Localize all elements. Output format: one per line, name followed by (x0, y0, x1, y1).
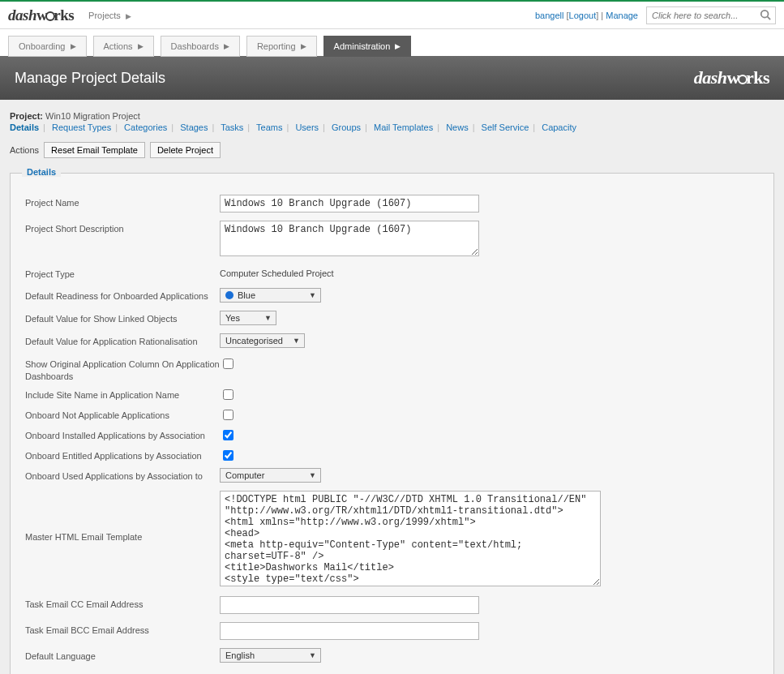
header-brand: dashwrks (694, 67, 769, 88)
select-value: English (225, 650, 255, 660)
project-name-input[interactable] (220, 195, 479, 213)
rationalisation-select[interactable]: Uncategorised ▼ (220, 333, 305, 348)
project-prefix: Project: (10, 111, 43, 121)
subnav-stages[interactable]: Stages (180, 122, 208, 132)
readiness-select[interactable]: Blue ▼ (220, 288, 321, 303)
master-template-input[interactable] (220, 491, 601, 586)
label-readiness: Default Readiness for Onboarded Applicat… (25, 288, 220, 302)
subnav-categories[interactable]: Categories (124, 122, 167, 132)
content-area: Project: Win10 Migration Project Details… (0, 100, 784, 674)
logout-link[interactable]: Logout (569, 11, 597, 20)
include-site-checkbox[interactable] (223, 389, 233, 400)
label-onboard-entitled: Onboard Entitled Applications by Associa… (25, 448, 220, 461)
chevron-down-icon: ▼ (309, 471, 316, 479)
tab-onboarding[interactable]: Onboarding ▶ (8, 36, 87, 57)
subnav-self-service[interactable]: Self Service (482, 122, 529, 132)
tab-label: Dashboards (171, 41, 219, 51)
chevron-right-icon: ▶ (126, 12, 131, 20)
label-bcc: Task Email BCC Email Address (25, 622, 220, 636)
language-select[interactable]: English ▼ (220, 648, 321, 663)
tab-actions[interactable]: Actions ▶ (93, 36, 154, 57)
tab-label: Onboarding (19, 41, 66, 51)
actions-row: Actions Reset Email Template Delete Proj… (10, 142, 774, 158)
onboard-na-checkbox[interactable] (223, 410, 233, 420)
chevron-right-icon: ▶ (138, 42, 144, 50)
breadcrumb-projects[interactable]: Projects ▶ (88, 11, 131, 20)
chevron-down-icon: ▼ (309, 291, 316, 299)
label-onboard-na: Onboard Not Applicable Applications (25, 407, 220, 421)
chevron-right-icon: ▶ (395, 42, 401, 50)
user-name-link[interactable]: bangell (535, 11, 563, 20)
label-master-template: Master HTML Email Template (25, 491, 220, 543)
search-icon[interactable] (760, 9, 773, 22)
manage-link[interactable]: Manage (606, 11, 638, 20)
select-value: Computer (225, 470, 264, 480)
top-bar: dashwrks Projects ▶ bangell [Logout] | M… (0, 0, 784, 29)
onboard-installed-checkbox[interactable] (223, 430, 233, 440)
label-project-type: Project Type (25, 266, 220, 280)
label-rationalisation: Default Value for Application Rationalis… (25, 333, 220, 347)
user-links: bangell [Logout] | Manage (535, 11, 638, 20)
select-value: Uncategorised (225, 336, 283, 346)
subnav-capacity[interactable]: Capacity (542, 122, 576, 132)
chevron-down-icon: ▼ (309, 651, 316, 659)
label-onboard-used: Onboard Used Applications by Association… (25, 468, 220, 482)
ring-icon (738, 75, 748, 84)
search-input[interactable] (646, 6, 776, 24)
label-show-linked: Default Value for Show Linked Objects (25, 311, 220, 324)
chevron-right-icon: ▶ (224, 42, 229, 50)
chevron-right-icon: ▶ (301, 42, 306, 50)
project-name: Win10 Migration Project (45, 111, 140, 121)
tab-administration[interactable]: Administration ▶ (323, 36, 412, 57)
details-legend: Details (22, 167, 61, 177)
delete-project-button[interactable]: Delete Project (150, 142, 221, 158)
project-line: Project: Win10 Migration Project (10, 111, 774, 121)
subnav-groups[interactable]: Groups (332, 122, 361, 132)
page-title: Manage Project Details (15, 70, 165, 87)
ring-icon (45, 11, 55, 21)
subnav-request-types[interactable]: Request Types (52, 122, 111, 132)
project-type-value: Computer Scheduled Project (220, 266, 334, 278)
label-onboard-installed: Onboard Installed Applications by Associ… (25, 427, 220, 441)
subnav-users[interactable]: Users (295, 122, 319, 132)
label-include-site: Include Site Name in Application Name (25, 387, 220, 401)
label-language: Default Language (25, 648, 220, 662)
show-linked-select[interactable]: Yes ▼ (220, 311, 276, 325)
tab-dashboards[interactable]: Dashboards ▶ (161, 36, 240, 57)
bcc-input[interactable] (220, 622, 479, 640)
reset-email-template-button[interactable]: Reset Email Template (44, 142, 145, 158)
label-project-name: Project Name (25, 195, 220, 208)
tab-label: Administration (334, 41, 391, 51)
subnav-mail-templates[interactable]: Mail Templates (374, 122, 433, 132)
brand-logo: dashwrks (8, 6, 74, 24)
details-panel: Details Project Name Project Short Descr… (10, 173, 774, 674)
sub-nav: Details| Request Types| Categories| Stag… (10, 122, 774, 132)
label-show-orig: Show Original Application Column On Appl… (25, 356, 220, 382)
subnav-tasks[interactable]: Tasks (221, 122, 243, 132)
page-header: Manage Project Details dashwrks (0, 56, 784, 100)
tab-label: Actions (104, 41, 133, 51)
onboard-used-select[interactable]: Computer ▼ (220, 468, 321, 483)
actions-label: Actions (10, 145, 39, 155)
tab-label: Reporting (257, 41, 296, 51)
short-desc-input[interactable] (220, 221, 479, 256)
label-cc: Task Email CC Email Address (25, 596, 220, 610)
chevron-down-icon: ▼ (293, 337, 300, 345)
main-nav-tabs: Onboarding ▶ Actions ▶ Dashboards ▶ Repo… (0, 29, 784, 57)
chevron-right-icon: ▶ (71, 42, 76, 50)
tab-reporting[interactable]: Reporting ▶ (246, 36, 317, 57)
subnav-details[interactable]: Details (10, 122, 39, 132)
cc-input[interactable] (220, 596, 479, 614)
select-value: Yes (225, 313, 240, 323)
subnav-teams[interactable]: Teams (256, 122, 282, 132)
subnav-news[interactable]: News (446, 122, 469, 132)
label-short-desc: Project Short Description (25, 221, 220, 234)
select-value: Blue (238, 290, 255, 300)
onboard-entitled-checkbox[interactable] (223, 450, 233, 461)
show-orig-checkbox[interactable] (223, 358, 233, 369)
breadcrumb-label: Projects (88, 11, 121, 20)
status-dot-icon (225, 291, 233, 299)
svg-line-1 (768, 16, 771, 19)
svg-point-0 (761, 10, 769, 17)
chevron-down-icon: ▼ (264, 314, 272, 322)
